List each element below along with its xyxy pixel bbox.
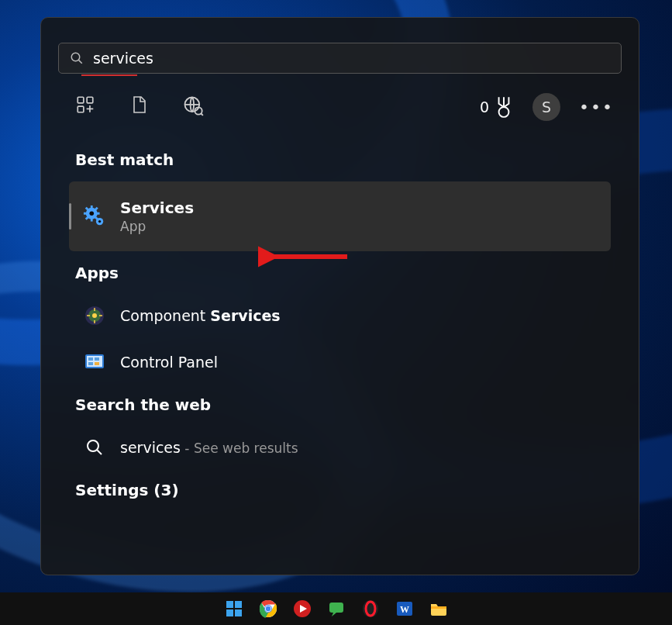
taskbar: W (0, 592, 672, 625)
svg-rect-54 (431, 606, 446, 609)
svg-point-27 (92, 313, 97, 318)
svg-rect-36 (88, 362, 93, 365)
rewards-count: 0 (480, 98, 489, 116)
web-filter-icon[interactable] (182, 95, 204, 119)
web-result-label: services - See web results (120, 439, 298, 456)
best-match-result[interactable]: Services App (69, 181, 611, 251)
svg-point-23 (98, 220, 101, 223)
taskbar-word-icon[interactable]: W (393, 597, 416, 620)
section-apps: Apps (75, 264, 622, 282)
svg-point-38 (88, 440, 98, 451)
svg-rect-4 (78, 106, 84, 112)
svg-line-18 (86, 208, 88, 210)
filter-row: 0 S ••• (58, 76, 622, 138)
taskbar-explorer-icon[interactable] (427, 597, 450, 620)
taskbar-chat-icon[interactable] (325, 597, 348, 620)
svg-rect-42 (226, 609, 233, 616)
svg-point-13 (89, 211, 94, 216)
search-icon (83, 436, 106, 459)
svg-point-47 (265, 606, 270, 611)
search-icon (70, 51, 84, 65)
svg-rect-34 (88, 357, 93, 361)
svg-line-9 (202, 114, 203, 116)
control-panel-icon (83, 350, 106, 374)
result-title: Services (120, 199, 194, 217)
start-search-panel: 0 S ••• Best match Services App Apps Com… (40, 17, 639, 575)
section-settings: Settings (3) (75, 481, 622, 499)
apps-filter-icon[interactable] (75, 95, 95, 119)
svg-line-20 (86, 217, 88, 219)
taskbar-media-icon[interactable] (291, 597, 314, 620)
rewards-badge[interactable]: 0 (480, 95, 514, 119)
svg-text:W: W (400, 604, 409, 615)
svg-point-11 (499, 107, 509, 117)
app-result-label: Control Panel (120, 354, 218, 371)
app-result-label: Component Services (120, 307, 281, 324)
svg-rect-49 (329, 603, 343, 613)
taskbar-start-button[interactable] (222, 597, 246, 620)
taskbar-chrome-icon[interactable] (257, 597, 280, 620)
web-result[interactable]: services - See web results (69, 426, 611, 468)
svg-rect-37 (95, 362, 99, 365)
gears-icon (83, 205, 106, 228)
svg-rect-35 (95, 357, 99, 361)
medal-icon (494, 95, 514, 119)
search-box[interactable] (58, 43, 622, 74)
search-input[interactable] (93, 50, 610, 67)
section-best-match: Best match (75, 150, 622, 169)
app-result-component-services[interactable]: Component Services (69, 295, 611, 337)
section-web: Search the web (75, 395, 622, 414)
svg-point-0 (71, 53, 80, 61)
documents-filter-icon[interactable] (129, 95, 148, 119)
user-avatar[interactable]: S (532, 93, 560, 121)
taskbar-opera-icon[interactable] (359, 597, 382, 620)
app-result-control-panel[interactable]: Control Panel (69, 341, 611, 383)
svg-rect-41 (235, 601, 242, 608)
svg-line-1 (79, 60, 82, 64)
component-services-icon (83, 304, 106, 327)
svg-line-21 (95, 208, 98, 210)
more-options-button[interactable]: ••• (579, 98, 614, 117)
svg-rect-40 (226, 601, 233, 608)
avatar-letter: S (542, 98, 551, 116)
svg-rect-43 (235, 609, 242, 616)
result-subtitle: App (120, 219, 194, 234)
svg-line-39 (98, 451, 102, 455)
svg-rect-3 (87, 97, 93, 103)
svg-rect-2 (78, 97, 84, 103)
